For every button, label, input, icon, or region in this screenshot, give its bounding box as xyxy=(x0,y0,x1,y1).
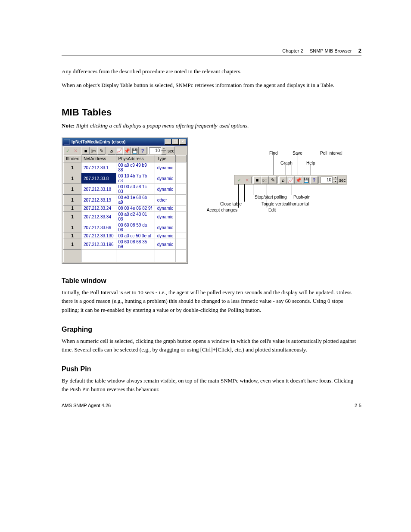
chapter-number-big: 2 xyxy=(358,47,361,54)
cell-type[interactable]: dynamic xyxy=(155,233,175,239)
table-note-text: Right-clicking a cell displays a popup m… xyxy=(76,122,249,129)
close-icon[interactable]: ✕ xyxy=(72,147,79,155)
poll-interval-input[interactable]: 10 xyxy=(149,147,161,154)
table-window-body: Initially, the Poll Interval is set to 1… xyxy=(62,288,361,314)
titlebar[interactable]: IpNetToMediaEntry (cisco) _ □ × xyxy=(62,138,187,146)
save-icon[interactable]: 💾 xyxy=(131,147,139,155)
table-note: Note: Right-clicking a cell displays a p… xyxy=(62,122,361,129)
cell-gutter xyxy=(176,233,187,239)
cell-ifindex[interactable]: 1 xyxy=(64,162,81,173)
cell-type[interactable]: dynamic xyxy=(155,173,175,184)
table-row[interactable]: 1207.212.33.6600 60 08 59 da 06dynamic xyxy=(64,222,187,233)
cell-ifindex[interactable]: 1 xyxy=(64,195,81,205)
intro-para-1: Any differences from the described proce… xyxy=(62,67,361,76)
cell-type[interactable]: dynamic xyxy=(155,212,175,222)
cell-type[interactable]: dynamic xyxy=(155,184,175,195)
cell-netaddress[interactable]: 207.212.33.196 xyxy=(81,239,116,250)
toolbar-annotation: Find Save Poll interval Graph Help ✓ ✕ xyxy=(234,137,361,223)
table-toolbar: ✓ ✕ ■ ▯▭ ✎ ⌕ 📈 📌 💾 ? 10 ▴▾ sec xyxy=(63,146,175,155)
cell-netaddress[interactable]: 207.212.33.24 xyxy=(81,205,116,212)
cell-type[interactable]: dynamic xyxy=(155,162,175,173)
label-toggle-vh: Toggle vertical/horizontal xyxy=(262,202,309,206)
table-row[interactable]: 1207.212.33.3400 a0 d2 40 01 03dynamic xyxy=(64,212,187,222)
cell-ifindex[interactable]: 1 xyxy=(64,212,81,222)
table-row-empty xyxy=(64,250,187,262)
toolbar-separator xyxy=(147,147,149,154)
col-netaddress[interactable]: NetAddress xyxy=(81,156,116,162)
cell-ifindex[interactable]: 1 xyxy=(64,222,81,233)
cell-netaddress[interactable]: 207.212.33.18 xyxy=(81,184,116,195)
col-ifindex[interactable]: IfIndex xyxy=(64,156,81,162)
close-icon: ✕ xyxy=(243,176,251,184)
cell-ifindex[interactable]: 1 xyxy=(64,239,81,250)
edit-icon[interactable]: ✎ xyxy=(97,147,105,155)
intro-para-2: When an object's Display Table button is… xyxy=(62,81,361,90)
chapter-label: Chapter 2 xyxy=(282,48,303,53)
cell-physaddress[interactable]: 00 e0 1e 68 6b a9 xyxy=(116,195,155,205)
cell-gutter xyxy=(176,205,187,212)
cell-netaddress[interactable]: 207.212.33.130 xyxy=(81,233,116,239)
table-row[interactable]: 1207.212.33.2408 00 4e 06 82 9fdynamic xyxy=(64,205,187,212)
section-heading-mib-tables: MIB Tables xyxy=(62,107,361,118)
cell-physaddress[interactable]: 00 10 4b 7a 7b c3 xyxy=(116,173,155,184)
table-row[interactable]: 1207.212.33.1800 00 a3 a8 1c 03dynamic xyxy=(64,184,187,195)
page-footer: AMS SNMP Agent 4.26 2-5 xyxy=(62,403,361,408)
table-window: IpNetToMediaEntry (cisco) _ □ × ✓ ✕ ■ ▯▭… xyxy=(62,137,188,264)
window-title: IpNetToMediaEntry (cisco) xyxy=(72,140,125,144)
cell-physaddress[interactable]: 00 a0 cc 50 3e af xyxy=(116,233,155,239)
table-row[interactable]: 1207.212.33.1900 e0 1e 68 6b a9other xyxy=(64,195,187,205)
col-type[interactable]: Type xyxy=(155,156,175,162)
help-icon[interactable]: ? xyxy=(139,147,146,155)
cell-type[interactable]: dynamic xyxy=(155,205,175,212)
accept-icon[interactable]: ✓ xyxy=(64,147,72,155)
cell-physaddress[interactable]: 00 60 08 59 da 06 xyxy=(116,222,155,233)
pushpin-body: By default the table window always remai… xyxy=(62,376,361,394)
table-row[interactable]: 1207.212.33.800 10 4b 7a 7b c3dynamic xyxy=(64,173,187,184)
cell-type[interactable]: other xyxy=(155,195,175,205)
window-icon xyxy=(64,139,70,145)
poll-spin-buttons[interactable]: ▴▾ xyxy=(161,147,166,155)
close-button[interactable]: × xyxy=(179,139,186,145)
cell-gutter xyxy=(176,222,187,233)
toggle-vh-icon[interactable]: ▯▭ xyxy=(90,147,97,155)
cell-gutter xyxy=(176,184,187,195)
cell-physaddress[interactable]: 00 a0 d2 40 01 03 xyxy=(116,212,155,222)
find-icon: ⌕ xyxy=(279,176,287,184)
cell-gutter xyxy=(176,239,187,250)
cell-ifindex[interactable]: 1 xyxy=(64,205,81,212)
stop-poll-icon[interactable]: ■ xyxy=(82,147,90,155)
stop-poll-icon: ■ xyxy=(253,176,261,184)
table-row[interactable]: 1207.212.33.13000 a0 cc 50 3e afdynamic xyxy=(64,233,187,239)
cell-physaddress[interactable]: 00 a0 c9 49 b9 88 xyxy=(116,162,155,173)
cell-ifindex[interactable]: 1 xyxy=(64,173,81,184)
help-icon: ? xyxy=(310,176,318,184)
cell-ifindex[interactable]: 1 xyxy=(64,184,81,195)
pushpin-icon[interactable]: 📌 xyxy=(123,147,131,155)
find-icon[interactable]: ⌕ xyxy=(108,147,115,155)
cell-gutter xyxy=(176,162,187,173)
cell-netaddress[interactable]: 207.212.33.66 xyxy=(81,222,116,233)
cell-type[interactable]: dynamic xyxy=(155,239,175,250)
label-close-table: Close table xyxy=(220,202,242,206)
minimize-button[interactable]: _ xyxy=(165,139,171,145)
data-grid[interactable]: IfIndex NetAddress PhysAddress Type 1207… xyxy=(63,155,187,262)
cell-netaddress[interactable]: 207.212.33.34 xyxy=(81,212,116,222)
graph-icon[interactable]: 📈 xyxy=(115,147,123,155)
table-row[interactable]: 1207.212.33.100 a0 c9 49 b9 88dynamic xyxy=(64,162,187,173)
subheading-table-window: Table window xyxy=(62,277,361,285)
cell-netaddress[interactable]: 207.212.33.19 xyxy=(81,195,116,205)
cell-gutter xyxy=(176,212,187,222)
cell-physaddress[interactable]: 00 00 a3 a8 1c 03 xyxy=(116,184,155,195)
maximize-button[interactable]: □ xyxy=(172,139,179,145)
subheading-graphing: Graphing xyxy=(62,326,361,333)
cell-netaddress[interactable]: 207.212.33.1 xyxy=(81,162,116,173)
col-physaddress[interactable]: PhysAddress xyxy=(116,156,155,162)
cell-netaddress[interactable]: 207.212.33.8 xyxy=(81,173,116,184)
label-edit: Edit xyxy=(268,208,276,212)
page-header: Chapter 2 SNMP MIB Browser 2 xyxy=(62,47,361,54)
cell-ifindex[interactable]: 1 xyxy=(64,233,81,239)
cell-type[interactable]: dynamic xyxy=(155,222,175,233)
cell-physaddress[interactable]: 00 60 08 68 35 b9 xyxy=(116,239,155,250)
cell-physaddress[interactable]: 08 00 4e 06 82 9f xyxy=(116,205,155,212)
table-row[interactable]: 1207.212.33.19600 60 08 68 35 b9dynamic xyxy=(64,239,187,250)
